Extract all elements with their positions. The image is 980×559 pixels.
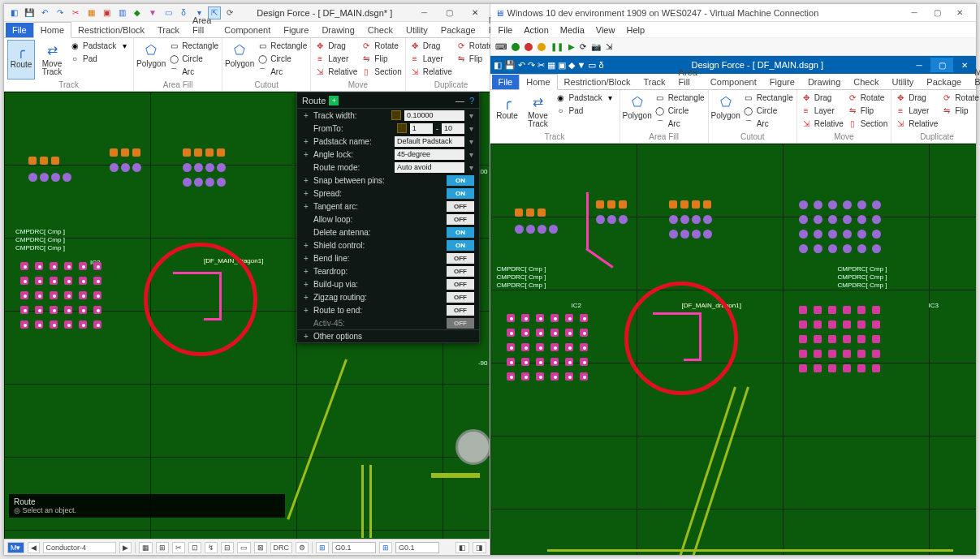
inner-maximize-button[interactable]: ▢ [930, 58, 953, 72]
reset-icon[interactable]: ▶ [568, 42, 575, 51]
grid-icon[interactable]: ⊞ [316, 542, 329, 553]
move-layer-button[interactable]: ≡Layer [314, 53, 357, 65]
minimize-button[interactable]: ─ [413, 6, 436, 20]
dup-drag-button[interactable]: ✥Drag [409, 40, 452, 52]
nav-left-icon[interactable]: ◀ [28, 542, 40, 553]
move-relative-button[interactable]: ⇲Relative [314, 66, 357, 78]
pad-button[interactable]: ○Pad [69, 53, 130, 65]
tool-icon[interactable]: ▼ [577, 60, 586, 70]
tab-package[interactable]: Package [434, 23, 482, 37]
teardrop-toggle[interactable]: OFF [447, 266, 474, 277]
tool5-icon[interactable]: ▼ [146, 6, 159, 19]
save-icon[interactable]: 💾 [23, 6, 36, 19]
fromto-b-input[interactable]: 10 [442, 123, 464, 134]
tab-check[interactable]: Check [361, 23, 399, 37]
cutout-circle-button[interactable]: ◯Circle [257, 53, 307, 65]
undo-icon[interactable]: ↶ [38, 6, 51, 19]
stop-icon[interactable] [525, 43, 533, 51]
routeend-toggle[interactable]: OFF [447, 305, 474, 316]
dup-relative-button[interactable]: ⇲Relative [409, 66, 452, 78]
shield-toggle[interactable]: ON [447, 240, 474, 251]
minimize-icon[interactable]: — [455, 96, 464, 105]
vm-menu-help[interactable]: Help [621, 24, 650, 37]
tab-restriction[interactable]: Restriction/Block [71, 23, 151, 37]
redo-icon[interactable]: ↷ [528, 60, 535, 71]
deleteant-toggle[interactable]: ON [447, 227, 474, 238]
tab-component[interactable]: Component [218, 23, 277, 37]
inner-tab-track[interactable]: Track [637, 75, 672, 89]
tool2-icon[interactable]: ▣ [100, 6, 113, 19]
inner-tab-file[interactable]: File [492, 75, 520, 89]
grid-icon[interactable]: ⊞ [379, 542, 392, 553]
areafill-polygon-button[interactable]: ⬠Polygon [624, 92, 651, 131]
design-canvas[interactable]: -100 -90 CMPDRC[ Cmp ] CMPDRC[ Cmp ] CMP… [4, 92, 490, 539]
spread-toggle[interactable]: ON [447, 188, 474, 199]
help-icon[interactable]: ? [469, 96, 474, 105]
angle-select[interactable]: 45-degree [395, 149, 464, 160]
tab-areafill[interactable]: Area Fill [186, 13, 218, 37]
tool10-icon[interactable]: ⟳ [223, 6, 236, 19]
inner-tab-drawing[interactable]: Drawing [801, 75, 847, 89]
tab-utility[interactable]: Utility [399, 23, 434, 37]
route-button[interactable]: ╭Route [494, 92, 521, 131]
inner-tab-areafill[interactable]: Area Fill [672, 65, 704, 89]
padstack-button[interactable]: ◉Padstack▾ [69, 40, 130, 52]
grid2-input[interactable]: G0.1 [395, 542, 439, 553]
revert-icon[interactable]: 📷 [591, 42, 601, 51]
tab-home[interactable]: Home [33, 22, 71, 38]
vm-maximize-button[interactable]: ▢ [926, 6, 948, 20]
inner-tab-multiboard[interactable]: Multi-Board [968, 65, 980, 89]
areafill-polygon-button[interactable]: ⬠Polygon [137, 40, 165, 80]
fromto-a-input[interactable]: 1 [410, 123, 433, 134]
sb-tool-icon[interactable]: ↯ [205, 542, 218, 553]
inner-tab-component[interactable]: Component [704, 75, 763, 89]
sb-tool-icon[interactable]: ▭ [237, 542, 251, 553]
tool-icon[interactable]: ▭ [588, 60, 596, 71]
cutout-rect-button[interactable]: ▭Rectangle [257, 40, 307, 52]
zigzag-toggle[interactable]: OFF [447, 292, 474, 303]
cut-icon[interactable]: ✂ [537, 60, 545, 71]
snap-toggle[interactable]: ON [447, 175, 474, 186]
move-section-button[interactable]: ▯Section [360, 66, 401, 78]
move-flip-button[interactable]: ⇋Flip [360, 53, 401, 65]
vm-close-button[interactable]: ✕ [948, 6, 971, 20]
dup-flip-button[interactable]: ⇋Flip [455, 53, 493, 65]
start-icon[interactable] [512, 43, 520, 51]
sb-tool-icon[interactable]: ⊞ [156, 542, 169, 553]
pad-button[interactable]: ○Pad [555, 105, 616, 117]
route-button[interactable]: ╭ Route [7, 40, 35, 80]
vm-minimize-button[interactable]: ─ [903, 6, 926, 20]
tangent-toggle[interactable]: OFF [447, 201, 474, 212]
route-panel-header[interactable]: Route + — ? [297, 92, 479, 109]
inner-tab-check[interactable]: Check [847, 75, 885, 89]
expand-icon[interactable]: + [302, 111, 310, 120]
dup-rotate-button[interactable]: ⟳Rotate [455, 40, 493, 52]
areafill-circle-button[interactable]: ◯Circle [168, 53, 218, 65]
padstack-button[interactable]: ◉Padstack▾ [555, 92, 616, 104]
move-rotate-button[interactable]: ⟳Rotate [360, 40, 401, 52]
tool4-icon[interactable]: ◆ [131, 6, 144, 19]
inner-tab-figure[interactable]: Figure [763, 75, 801, 89]
tool-icon[interactable]: ▣ [558, 60, 566, 71]
move-track-button[interactable]: ⇄ Move Track [38, 40, 66, 80]
mode-button[interactable]: M▾ [7, 542, 24, 553]
sb-tool-icon[interactable]: ◨ [473, 542, 486, 553]
bend-toggle[interactable]: OFF [447, 253, 474, 264]
cut-icon[interactable]: ✂ [69, 6, 82, 19]
areafill-arc-button[interactable]: ⌒Arc [168, 66, 218, 78]
vm-menu-action[interactable]: Action [519, 24, 554, 37]
cutout-polygon-button[interactable]: ⬠Polygon [712, 92, 740, 131]
sb-tool-icon[interactable]: ⊠ [254, 542, 267, 553]
inner-tab-restriction[interactable]: Restriction/Block [558, 75, 637, 89]
lock-icon[interactable] [391, 110, 401, 120]
lock-icon[interactable] [397, 123, 407, 133]
allowloop-toggle[interactable]: OFF [447, 214, 474, 225]
inner-design-canvas[interactable]: CMPDRC[ Cmp ] CMPDRC[ Cmp ] CMPDRC[ Cmp … [490, 144, 977, 555]
layer-select[interactable]: Conductor-4 [43, 542, 116, 553]
sb-tool-icon[interactable]: ⚙ [296, 542, 309, 553]
routemode-select[interactable]: Auto avoid [395, 162, 464, 173]
track-width-input[interactable]: 0.10000 [404, 110, 464, 121]
vm-menu-view[interactable]: View [591, 24, 620, 37]
enhanced-icon[interactable]: ⇲ [606, 42, 612, 51]
sb-tool-icon[interactable]: ⊟ [221, 542, 234, 553]
